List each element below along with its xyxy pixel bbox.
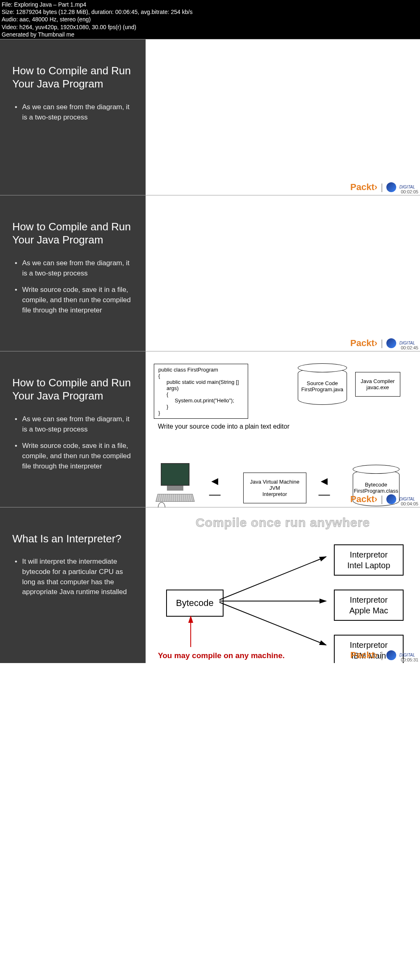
slide-4: What Is an Interpreter? It will interpre… bbox=[0, 507, 420, 663]
bullet-list: As we can see from the diagram, it is a … bbox=[12, 414, 133, 471]
digital-label: DIGITAL bbox=[399, 653, 415, 657]
code-line: { bbox=[158, 391, 244, 397]
slide-content: Compile once run anywhere Bytecode Inter… bbox=[146, 507, 420, 663]
box-label: javac.exe bbox=[360, 384, 396, 390]
audio-line: Audio: aac, 48000 Hz, stereo (eng) bbox=[2, 16, 418, 23]
bullet-item: As we can see from the diagram, it is a … bbox=[15, 102, 133, 122]
computer-icon bbox=[154, 463, 197, 513]
box-label: Interpretor bbox=[342, 549, 395, 560]
box-label: Java Compiler bbox=[360, 378, 396, 384]
packt-label: Packt› bbox=[350, 182, 377, 193]
code-line: public static void main(String [] args) bbox=[158, 379, 244, 391]
separator: | bbox=[381, 338, 383, 349]
bullet-item: Write source code, save it in a file, co… bbox=[15, 285, 133, 315]
interpreter-box-1: Interpretor Intel Laptop bbox=[334, 544, 404, 576]
separator: | bbox=[381, 182, 383, 193]
slide-title: How to Compile and Run Your Java Program bbox=[12, 64, 133, 91]
slide-title: How to Compile and Run Your Java Program bbox=[12, 220, 133, 247]
packt-label: Packt› bbox=[350, 650, 377, 661]
code-line: System.out.print("Hello"); bbox=[158, 397, 244, 404]
bullet-list: It will interpret the intermediate bytec… bbox=[12, 557, 133, 597]
file-info-header: File: Exploring Java – Part 1.mp4 Size: … bbox=[0, 0, 420, 39]
slide-content: Packt› | DIGITAL 00:02:45 bbox=[146, 195, 420, 351]
slide-2: How to Compile and Run Your Java Program… bbox=[0, 195, 420, 351]
separator: | bbox=[381, 494, 383, 505]
compile-note: You may compile on any machine. bbox=[158, 651, 285, 660]
svg-line-2 bbox=[219, 602, 326, 645]
packt-label: Packt› bbox=[350, 494, 377, 505]
code-line: { bbox=[158, 373, 244, 379]
bullet-list: As we can see from the diagram, it is a … bbox=[12, 102, 133, 122]
diagram-top-row: public class FirstProgram { public stati… bbox=[154, 364, 412, 430]
interpreter-box-2: Interpretor Apple Mac bbox=[334, 590, 404, 621]
slide-content: Packt› | DIGITAL 00:02:05 bbox=[146, 39, 420, 195]
packt-logo-icon bbox=[386, 338, 396, 348]
slide-title: What Is an Interpreter? bbox=[12, 532, 133, 546]
code-block-group: public class FirstProgram { public stati… bbox=[154, 364, 290, 430]
bullet-item: Write source code, save it in a file, co… bbox=[15, 441, 133, 471]
diagram-title: Compile once run anywhere bbox=[158, 516, 408, 530]
cyl-label: Source Code bbox=[307, 380, 338, 386]
timestamp: 00:02:05 bbox=[401, 189, 418, 194]
code-line: } bbox=[158, 410, 244, 416]
digital-label: DIGITAL bbox=[399, 341, 415, 345]
slide-3: How to Compile and Run Your Java Program… bbox=[0, 351, 420, 507]
slide-title: How to Compile and Run Your Java Program bbox=[12, 376, 133, 403]
code-line: } bbox=[158, 404, 244, 410]
box-label: JVM bbox=[248, 485, 302, 491]
slide-sidebar: How to Compile and Run Your Java Program… bbox=[0, 39, 146, 195]
slide-sidebar: How to Compile and Run Your Java Program… bbox=[0, 195, 146, 351]
timestamp: 00:02:45 bbox=[401, 345, 418, 350]
diagram-bottom-row: ◄— Java Virtual Machine JVM Interpretor … bbox=[154, 463, 412, 513]
source-code-box: public class FirstProgram { public stati… bbox=[154, 364, 248, 419]
cyl-label: FirstProgram.java bbox=[301, 386, 343, 392]
box-label: Java Virtual Machine bbox=[248, 479, 302, 485]
slide-content: public class FirstProgram { public stati… bbox=[146, 351, 420, 507]
digital-label: DIGITAL bbox=[399, 497, 415, 501]
bytecode-box: Bytecode bbox=[166, 590, 224, 617]
box-label: Interpretor bbox=[342, 594, 395, 605]
editor-caption: Write your source code into a plain text… bbox=[158, 423, 290, 430]
packt-logo-icon bbox=[386, 650, 396, 660]
jvm-box: Java Virtual Machine JVM Interpretor bbox=[243, 473, 306, 503]
arrow-left-icon: ◄— bbox=[319, 475, 340, 501]
separator: | bbox=[381, 650, 383, 661]
slide-sidebar: What Is an Interpreter? It will interpre… bbox=[0, 507, 146, 663]
source-cylinder: Source Code FirstProgram.java bbox=[298, 368, 347, 405]
compile-diagram: public class FirstProgram { public stati… bbox=[146, 351, 420, 507]
timestamp: 00:05:31 bbox=[401, 657, 418, 662]
svg-line-0 bbox=[219, 557, 326, 600]
generator-line: Generated by Thumbnail me bbox=[2, 31, 418, 38]
timestamp: 00:04:05 bbox=[401, 501, 418, 506]
digital-label: DIGITAL bbox=[399, 185, 415, 189]
bullet-list: As we can see from the diagram, it is a … bbox=[12, 258, 133, 315]
video-line: Video: h264, yuv420p, 1920x1080, 30.00 f… bbox=[2, 23, 418, 31]
packt-logo-icon bbox=[386, 494, 396, 504]
box-label: Apple Mac bbox=[342, 605, 395, 616]
size-line: Size: 12879204 bytes (12.28 MiB), durati… bbox=[2, 8, 418, 16]
bullet-item: As we can see from the diagram, it is a … bbox=[15, 414, 133, 434]
cyl-label: FirstProgram.class bbox=[354, 488, 398, 494]
box-label: Interpretor bbox=[342, 640, 395, 650]
packt-logo-icon bbox=[386, 182, 396, 192]
slide-sidebar: How to Compile and Run Your Java Program… bbox=[0, 351, 146, 507]
arrow-left-icon: ◄— bbox=[209, 475, 231, 501]
box-label: Interpretor bbox=[248, 491, 302, 497]
compiler-box: Java Compiler javac.exe bbox=[355, 372, 400, 397]
file-line: File: Exploring Java – Part 1.mp4 bbox=[2, 1, 418, 8]
interpreter-diagram: Compile once run anywhere Bytecode Inter… bbox=[146, 507, 420, 663]
cyl-label: Bytecode bbox=[365, 482, 387, 488]
packt-label: Packt› bbox=[350, 338, 377, 349]
box-label: Intel Laptop bbox=[342, 560, 395, 571]
bullet-item: As we can see from the diagram, it is a … bbox=[15, 258, 133, 278]
code-line: public class FirstProgram bbox=[158, 367, 244, 373]
bullet-item: It will interpret the intermediate bytec… bbox=[15, 557, 133, 597]
slide-1: How to Compile and Run Your Java Program… bbox=[0, 39, 420, 195]
